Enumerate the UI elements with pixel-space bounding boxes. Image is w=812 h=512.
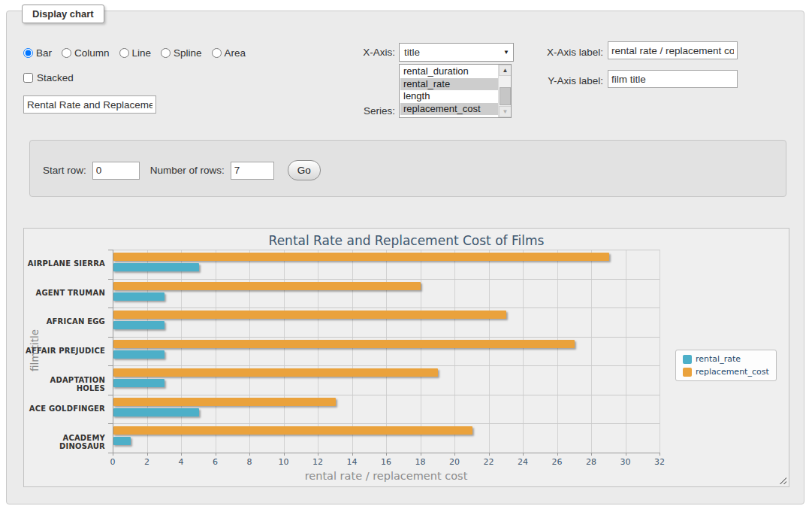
resize-handle-icon[interactable]	[778, 476, 786, 484]
x-gridline	[523, 250, 524, 453]
x-tick-label: 8	[234, 457, 264, 467]
x-tick-label: 2	[132, 457, 162, 467]
bar-rental_rate[interactable]	[113, 350, 165, 359]
series-list-scrollbar[interactable]: ▲ ▼	[498, 65, 511, 117]
series-option-rental_duration[interactable]: rental_duration	[400, 65, 498, 78]
x-axis-select-label: X-Axis:	[324, 47, 395, 58]
x-axis-tick	[216, 453, 216, 456]
x-tick-label: 26	[542, 457, 572, 467]
x-axis-select[interactable]: title ▼	[399, 43, 514, 62]
x-tick-label: 14	[337, 457, 367, 467]
chart-type-radio-label: Area	[225, 47, 246, 59]
chart-legend: rental_ratereplacement_cost	[675, 350, 777, 381]
x-tick-label: 12	[303, 457, 333, 467]
legend-item-rental_rate[interactable]: rental_rate	[683, 354, 769, 364]
chart-title-input[interactable]	[23, 95, 156, 114]
x-axis-tick	[454, 453, 455, 456]
x-gridline	[591, 250, 592, 453]
category-gridline	[113, 423, 660, 424]
x-axis-tick	[147, 453, 148, 456]
x-axis-tick	[626, 453, 626, 456]
bar-rental_rate[interactable]	[113, 263, 199, 271]
x-tick-label: 10	[269, 457, 299, 467]
chart-type-radio-label: Bar	[36, 47, 52, 59]
chart-type-radio-area[interactable]	[212, 48, 222, 58]
x-axis-tick	[181, 453, 182, 456]
x-gridline	[626, 250, 626, 453]
scroll-down-icon[interactable]: ▼	[499, 106, 512, 117]
chart-type-radio-column[interactable]	[62, 48, 71, 58]
x-tick-label: 16	[371, 457, 401, 467]
chart-type-radio-group: BarColumnLineSplineArea	[23, 47, 246, 59]
x-gridline	[489, 250, 490, 453]
chart-type-option-line[interactable]: Line	[119, 47, 152, 59]
bar-rental_rate[interactable]	[113, 321, 165, 329]
series-option-rental_rate[interactable]: rental_rate	[400, 78, 498, 91]
stacked-checkbox[interactable]	[23, 73, 33, 83]
x-axis-tick	[386, 453, 387, 456]
bar-replacement_cost[interactable]	[113, 253, 609, 261]
bar-replacement_cost[interactable]	[113, 340, 575, 348]
chart-type-option-bar[interactable]: Bar	[23, 47, 52, 59]
category-label: AIRPLANE SIERRA	[24, 259, 105, 268]
x-tick-label: 24	[508, 457, 538, 467]
go-button[interactable]: Go	[288, 160, 321, 180]
category-gridline	[113, 337, 660, 338]
stacked-checkbox-row[interactable]: Stacked	[23, 72, 74, 83]
chart-type-radio-spline[interactable]	[161, 48, 171, 58]
bar-replacement_cost[interactable]	[113, 426, 472, 435]
legend-swatch-icon	[683, 355, 692, 364]
x-axis-tick	[284, 453, 285, 456]
legend-item-replacement_cost[interactable]: replacement_cost	[683, 367, 769, 377]
category-label: ADAPTATION HOLES	[24, 376, 105, 392]
scrollbar-thumb[interactable]	[500, 87, 511, 105]
chart-type-option-area[interactable]: Area	[212, 47, 246, 59]
category-label: ACE GOLDFINGER	[24, 404, 105, 413]
x-axis-label-input[interactable]	[608, 41, 738, 59]
x-gridline	[249, 250, 250, 453]
x-gridline	[454, 250, 455, 453]
num-rows-input[interactable]	[231, 162, 274, 180]
x-gridline	[284, 250, 285, 453]
x-tick-label: 30	[611, 457, 641, 467]
chevron-down-icon: ▼	[500, 49, 513, 56]
scroll-up-icon[interactable]: ▲	[499, 65, 512, 76]
series-multiselect[interactable]: rental_durationrental_ratelengthreplacem…	[399, 64, 512, 118]
x-tick-label: 20	[439, 457, 469, 467]
x-axis-tick	[318, 453, 318, 456]
series-option-length[interactable]: length	[400, 90, 498, 103]
chart-type-option-spline[interactable]: Spline	[161, 47, 202, 59]
num-rows-label: Number of rows:	[150, 165, 225, 176]
chart-type-option-column[interactable]: Column	[62, 47, 110, 59]
series-option-replacement_cost[interactable]: replacement_cost	[400, 103, 498, 116]
bar-replacement_cost[interactable]	[113, 368, 438, 377]
x-tick-label: 0	[98, 457, 128, 467]
bar-chart: Rental Rate and Replacement Cost of Film…	[23, 228, 789, 487]
y-axis-label-input[interactable]	[608, 70, 738, 88]
bar-replacement_cost[interactable]	[113, 311, 506, 319]
category-gridline	[113, 279, 660, 280]
chart-type-radio-line[interactable]	[119, 48, 129, 58]
x-axis-tick	[249, 453, 250, 456]
x-axis-tick	[113, 453, 113, 456]
x-tick-label: 28	[576, 457, 606, 467]
legend-label: replacement_cost	[696, 367, 769, 377]
start-row-input[interactable]	[92, 162, 140, 180]
bar-rental_rate[interactable]	[113, 379, 165, 387]
bar-replacement_cost[interactable]	[113, 282, 421, 290]
category-gridline	[113, 308, 660, 308]
x-gridline	[421, 250, 421, 453]
bar-rental_rate[interactable]	[113, 437, 131, 445]
bar-rental_rate[interactable]	[113, 292, 165, 301]
legend-swatch-icon	[683, 368, 692, 377]
chart-type-radio-bar[interactable]	[23, 48, 33, 58]
x-axis-tick	[489, 453, 490, 456]
fieldset-legend: Display chart	[22, 5, 104, 23]
bar-replacement_cost[interactable]	[113, 398, 336, 406]
x-tick-label: 4	[166, 457, 196, 467]
x-gridline	[660, 250, 660, 453]
bar-rental_rate[interactable]	[113, 408, 199, 417]
chart-type-radio-label: Column	[74, 47, 110, 59]
x-axis-select-value: title	[400, 47, 500, 58]
x-tick-label: 32	[644, 457, 675, 467]
